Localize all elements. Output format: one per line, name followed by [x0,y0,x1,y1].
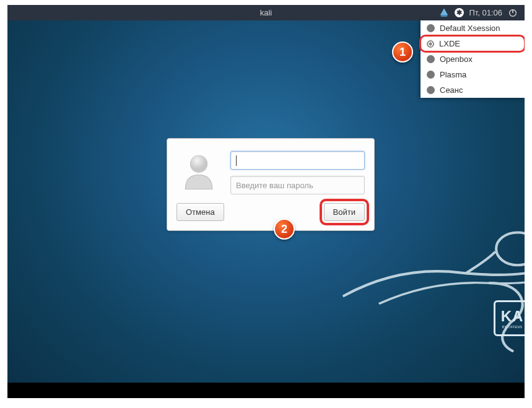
clock-label: Пт, 01:06 [469,8,502,17]
session-label: Default Xsession [440,24,500,33]
session-item-lxde[interactable]: LXDE [419,35,525,53]
login-button[interactable]: Войти [324,203,365,221]
top-bar: kali ✱ Пт, 01:06 [7,5,525,20]
power-icon[interactable] [507,7,518,19]
annotation-marker-1: 1 [392,41,413,63]
kali-brand-box: KA BY OFFENS [494,300,525,336]
session-menu: Default Xsession LXDE Openbox Plasma Сеа… [421,20,525,98]
session-item-seance[interactable]: Сеанс [421,82,525,98]
annotation-marker-2: 2 [274,219,295,240]
cancel-button[interactable]: Отмена [177,203,224,221]
session-item-plasma[interactable]: Plasma [421,67,525,82]
radio-icon [427,71,435,79]
username-input[interactable] [230,151,365,170]
hostname-label: kali [260,8,273,17]
svg-point-3 [190,155,207,172]
login-button-highlight: Войти [320,199,369,225]
accessibility-icon[interactable]: ✱ [455,8,464,17]
radio-icon [427,40,434,48]
radio-icon [427,55,435,63]
svg-point-4 [496,232,525,265]
user-avatar-icon [177,149,221,194]
radio-icon [427,86,435,94]
kali-text-small: BY OFFENS [502,325,523,329]
session-item-default-xsession[interactable]: Default Xsession [421,20,525,36]
session-label: Сеанс [440,85,463,95]
session-item-openbox[interactable]: Openbox [421,51,525,67]
text-cursor [236,155,237,166]
session-selector-icon[interactable] [438,7,450,19]
session-label: Openbox [440,54,473,64]
login-screen: kali ✱ Пт, 01:06 Default Xsession LXDE O… [7,5,525,398]
login-panel: Отмена Войти [167,138,375,231]
bottom-bar [7,383,525,398]
kali-text-big: KA [501,308,524,325]
session-label: Plasma [440,70,466,79]
password-input[interactable] [230,176,365,194]
topbar-right: ✱ Пт, 01:06 [438,7,525,19]
radio-icon [427,24,435,32]
session-label: LXDE [439,39,460,48]
